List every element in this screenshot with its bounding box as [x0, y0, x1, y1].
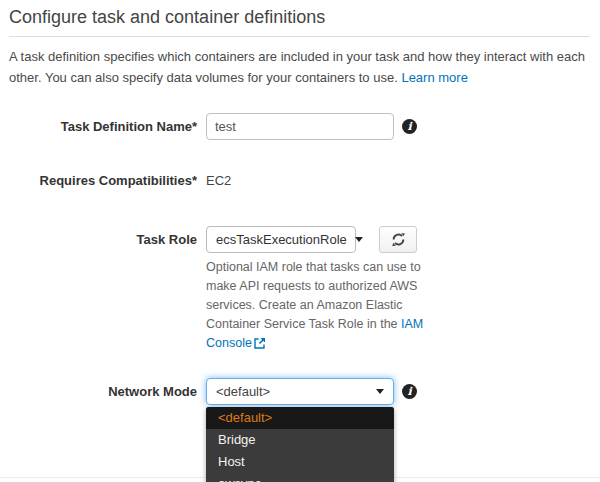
info-icon[interactable]: i — [402, 119, 417, 134]
info-icon[interactable]: i — [402, 384, 417, 399]
requires-compatibilities-label: Requires Compatibilities* — [9, 167, 197, 188]
dropdown-option-bridge[interactable]: Bridge — [206, 429, 394, 451]
task-definition-name-label: Task Definition Name* — [9, 113, 197, 134]
requires-compatibilities-value: EC2 — [206, 167, 231, 188]
task-role-row: Task Role ecsTaskExecutionRole — [9, 226, 590, 355]
refresh-icon — [391, 232, 406, 247]
task-role-helper-text: Optional IAM role that tasks can use to … — [206, 258, 426, 355]
task-role-helper-body: Optional IAM role that tasks can use to … — [206, 260, 421, 331]
section-description: A task definition specifies which contai… — [9, 46, 590, 88]
network-mode-label: Network Mode — [9, 378, 197, 399]
task-definition-name-row: Task Definition Name* i — [9, 113, 590, 140]
title-divider — [9, 36, 590, 37]
task-role-selected-value: ecsTaskExecutionRole — [216, 232, 347, 247]
external-link-icon — [254, 338, 266, 352]
network-mode-dropdown-menu: <default> Bridge Host awsvpc None — [206, 407, 394, 482]
dropdown-option-default[interactable]: <default> — [206, 407, 394, 429]
network-mode-selected-value: <default> — [216, 384, 270, 399]
learn-more-link[interactable]: Learn more — [401, 70, 467, 85]
dropdown-option-host[interactable]: Host — [206, 451, 394, 473]
refresh-button[interactable] — [379, 226, 417, 253]
chevron-down-icon — [355, 237, 363, 242]
requires-compatibilities-row: Requires Compatibilities* EC2 — [9, 167, 590, 188]
task-definition-name-input[interactable] — [206, 113, 394, 140]
page-title: Configure task and container definitions — [9, 7, 590, 36]
network-mode-select[interactable]: <default> — [206, 378, 394, 405]
chevron-down-icon — [376, 389, 384, 394]
task-role-label: Task Role — [9, 226, 197, 247]
dropdown-option-awsvpc[interactable]: awsvpc — [206, 473, 394, 482]
description-text: A task definition specifies which contai… — [9, 49, 585, 85]
network-mode-row: Network Mode <default> <default> Bridge … — [9, 378, 590, 405]
configure-task-section: Configure task and container definitions… — [0, 0, 600, 405]
task-role-select[interactable]: ecsTaskExecutionRole — [206, 226, 356, 253]
